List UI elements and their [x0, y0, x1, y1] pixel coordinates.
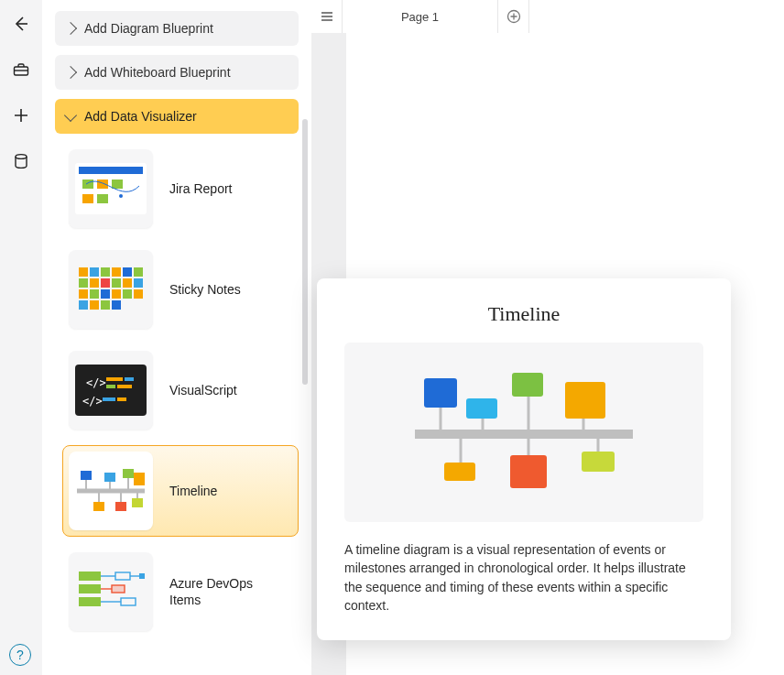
- jira-report-icon: [75, 163, 147, 214]
- svg-rect-79: [444, 463, 475, 481]
- accordion-data-visualizer[interactable]: Add Data Visualizer: [55, 99, 299, 134]
- svg-rect-80: [510, 455, 547, 488]
- scrollbar-thumb[interactable]: [302, 119, 308, 385]
- svg-rect-24: [101, 289, 110, 299]
- sidebar-panel: Add Diagram Blueprint Add Whiteboard Blu…: [42, 0, 311, 675]
- toolbox-button[interactable]: [6, 55, 36, 84]
- svg-rect-59: [115, 572, 130, 580]
- accordion-label: Add Data Visualizer: [84, 109, 197, 124]
- svg-rect-14: [123, 267, 132, 277]
- svg-rect-4: [82, 180, 93, 189]
- svg-rect-56: [79, 584, 101, 593]
- svg-rect-5: [97, 180, 108, 189]
- svg-rect-53: [132, 498, 143, 507]
- svg-rect-47: [104, 473, 115, 482]
- svg-rect-78: [565, 382, 605, 419]
- timeline-icon: [73, 463, 148, 518]
- sticky-notes-icon: [75, 264, 147, 315]
- timeline-preview-icon: [400, 364, 648, 501]
- thumbnail: [69, 452, 153, 530]
- svg-rect-3: [79, 167, 143, 174]
- svg-rect-7: [82, 194, 93, 203]
- thumbnail: </> </>: [69, 351, 153, 430]
- visualizer-tooltip: Timeline A timeline diagram is a visual …: [317, 278, 731, 640]
- tooltip-title: Timeline: [344, 302, 703, 326]
- svg-rect-49: [115, 502, 126, 511]
- svg-rect-12: [101, 267, 110, 277]
- svg-rect-75: [424, 378, 457, 408]
- plus-icon: [12, 106, 30, 125]
- accordion-label: Add Whiteboard Blueprint: [84, 65, 231, 80]
- arrow-left-icon: [12, 15, 30, 33]
- svg-rect-23: [90, 289, 99, 299]
- svg-rect-20: [123, 278, 132, 288]
- svg-rect-54: [134, 473, 145, 485]
- visualizer-label: Timeline: [169, 483, 217, 499]
- visualscript-icon: </> </>: [75, 365, 147, 416]
- back-button[interactable]: [6, 9, 36, 38]
- svg-text:</>: </>: [82, 395, 103, 408]
- svg-rect-25: [112, 289, 121, 299]
- svg-point-9: [119, 194, 123, 198]
- chevron-right-icon: [64, 66, 77, 79]
- svg-rect-55: [79, 572, 101, 581]
- svg-rect-63: [121, 598, 136, 605]
- list-icon: [320, 9, 334, 24]
- svg-text:</>: </>: [86, 376, 106, 389]
- azure-devops-icon: [75, 566, 147, 617]
- visualizer-jira-report[interactable]: Jira Report: [62, 143, 299, 234]
- svg-rect-67: [415, 430, 633, 439]
- svg-rect-81: [582, 452, 615, 472]
- svg-rect-37: [117, 385, 132, 388]
- svg-rect-34: [106, 377, 123, 381]
- svg-rect-22: [79, 289, 88, 299]
- visualizer-timeline[interactable]: Timeline: [62, 445, 299, 537]
- svg-rect-29: [90, 300, 99, 310]
- svg-rect-26: [123, 289, 132, 299]
- svg-rect-11: [90, 267, 99, 277]
- svg-rect-31: [112, 300, 121, 310]
- database-icon: [12, 152, 30, 170]
- svg-rect-76: [466, 398, 497, 419]
- add-button[interactable]: [6, 101, 36, 130]
- svg-rect-28: [79, 300, 88, 310]
- svg-rect-16: [79, 278, 88, 288]
- svg-rect-10: [79, 267, 88, 277]
- svg-rect-21: [134, 278, 143, 288]
- toolbox-icon: [12, 60, 30, 79]
- svg-point-1: [16, 155, 27, 159]
- svg-rect-61: [112, 585, 125, 593]
- svg-rect-27: [134, 289, 143, 299]
- svg-rect-19: [112, 278, 121, 288]
- svg-rect-65: [139, 573, 145, 579]
- svg-rect-13: [112, 267, 121, 277]
- tab-page-1[interactable]: Page 1: [343, 0, 498, 33]
- tooltip-preview: [344, 343, 703, 522]
- tooltip-description: A timeline diagram is a visual represent…: [344, 540, 703, 615]
- accordion-diagram-blueprint[interactable]: Add Diagram Blueprint: [55, 11, 299, 46]
- sidebar-scrollbar[interactable]: [302, 119, 308, 577]
- visualizer-sticky-notes[interactable]: Sticky Notes: [62, 244, 299, 335]
- visualizer-label: Azure DevOps Items: [169, 575, 279, 608]
- help-button[interactable]: ?: [9, 644, 31, 666]
- visualizer-azure-devops[interactable]: Azure DevOps Items: [62, 546, 299, 637]
- svg-rect-57: [79, 597, 101, 606]
- visualizer-visualscript[interactable]: </> </> VisualScript: [62, 344, 299, 436]
- visualizer-label: VisualScript: [169, 382, 237, 398]
- svg-rect-36: [106, 385, 115, 388]
- svg-rect-39: [103, 397, 115, 401]
- svg-rect-15: [134, 267, 143, 277]
- tab-label: Page 1: [401, 10, 439, 24]
- svg-rect-43: [81, 471, 92, 480]
- svg-rect-40: [117, 397, 126, 401]
- help-icon: ?: [16, 648, 24, 662]
- thumbnail: [69, 552, 153, 631]
- accordion-whiteboard-blueprint[interactable]: Add Whiteboard Blueprint: [55, 55, 299, 90]
- data-button[interactable]: [6, 147, 36, 176]
- page-list-button[interactable]: [311, 0, 343, 33]
- thumbnail: [69, 149, 153, 228]
- visualizer-label: Jira Report: [169, 180, 232, 197]
- add-page-button[interactable]: [498, 0, 529, 33]
- visualizer-list: Jira Report Sticky Notes: [55, 143, 299, 637]
- svg-rect-45: [93, 502, 104, 511]
